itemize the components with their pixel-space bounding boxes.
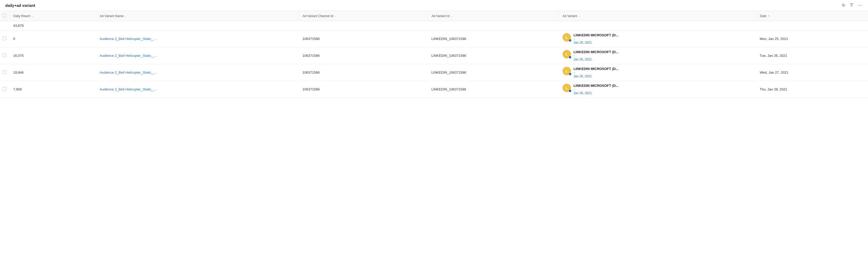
av-name-2: LINKEDIN MICROSOFT (D... bbox=[574, 67, 619, 71]
av-dash-1: – bbox=[574, 54, 619, 58]
row-checkbox-2[interactable] bbox=[3, 70, 6, 74]
row-channel-id-2: 106371586 bbox=[299, 64, 428, 81]
summary-daily-reach: 43,879 bbox=[9, 21, 96, 31]
row-channel-id-0: 106371586 bbox=[299, 31, 428, 47]
row-ad-variant-id-0: LINKEDIN_106371586 bbox=[428, 31, 559, 47]
av-dash-3: – bbox=[574, 88, 619, 91]
summary-ad-variant-id bbox=[428, 21, 559, 31]
av-dash-0: – bbox=[574, 37, 619, 41]
row-checkbox-cell-0[interactable] bbox=[0, 31, 9, 47]
col-label-ad-variant-id: Ad Variant Id bbox=[431, 14, 449, 18]
row-daily-reach-1: 16,075 bbox=[9, 47, 96, 64]
more-options-icon[interactable]: ··· bbox=[858, 3, 863, 8]
row-ad-variant-name-0[interactable]: Audience 2_Bell Helicopter_Static_Traffi… bbox=[96, 31, 299, 47]
app-container: daily+ad variant ↻ ··· Daily Re bbox=[0, 0, 868, 262]
avatar-badge-1 bbox=[568, 56, 571, 59]
avatar-badge-2 bbox=[568, 73, 571, 75]
select-all-checkbox[interactable] bbox=[3, 14, 6, 18]
row-ad-variant-name-3[interactable]: Audience 2_Bell Helicopter_Static_Traffi… bbox=[96, 81, 299, 98]
table-row: 7,958 Audience 2_Bell Helicopter_Static_… bbox=[0, 81, 868, 98]
row-ad-variant-id-2: LINKEDIN_106371586 bbox=[428, 64, 559, 81]
summary-ad-variant-name bbox=[96, 21, 299, 31]
sort-icon-daily-reach[interactable]: ⌄ bbox=[31, 14, 33, 18]
table-row: 0 Audience 2_Bell Helicopter_Static_Traf… bbox=[0, 31, 868, 47]
summary-date bbox=[756, 21, 868, 31]
row-date-2: Wed, Jan 27, 2021 bbox=[756, 64, 868, 81]
av-name-1: LINKEDIN MICROSOFT (D... bbox=[574, 50, 619, 54]
av-info-3: LINKEDIN MICROSOFT (D... – Jan 26, 2021 bbox=[574, 84, 619, 95]
col-ad-variant[interactable]: Ad Variant ⌄ bbox=[559, 11, 756, 21]
col-ad-variant-name[interactable]: Ad Variant Name ⌄ bbox=[96, 11, 299, 21]
header-actions: ↻ ··· bbox=[842, 3, 863, 8]
row-checkbox-3[interactable] bbox=[3, 87, 6, 91]
av-date-3[interactable]: Jan 26, 2021 bbox=[574, 91, 619, 95]
av-date-1[interactable]: Jan 26, 2021 bbox=[574, 58, 619, 61]
row-ad-variant-3: L LINKEDIN MICROSOFT (D... – Jan 26, 202… bbox=[559, 81, 756, 98]
sort-icon-date[interactable]: ⇕ bbox=[768, 14, 770, 18]
row-daily-reach-2: 19,846 bbox=[9, 64, 96, 81]
filter-icon[interactable] bbox=[849, 3, 854, 8]
row-channel-id-1: 106371586 bbox=[299, 47, 428, 64]
avatar-2: L bbox=[562, 67, 571, 75]
sort-icon-ad-variant-channel-id[interactable]: ⌄ bbox=[335, 14, 337, 18]
data-table: Daily Reach ⌄ Ad Variant Name ⌄ Ad Varia… bbox=[0, 11, 868, 98]
sort-icon-ad-variant[interactable]: ⌄ bbox=[578, 14, 580, 18]
av-date-0[interactable]: Jan 26, 2021 bbox=[574, 41, 619, 44]
col-label-ad-variant-name: Ad Variant Name bbox=[100, 14, 124, 18]
summary-checkbox-cell bbox=[0, 21, 9, 31]
col-label-ad-variant: Ad Variant bbox=[562, 14, 577, 18]
col-label-date: Date bbox=[760, 14, 766, 18]
table-row: 19,846 Audience 2_Bell Helicopter_Static… bbox=[0, 64, 868, 81]
row-checkbox-cell-3[interactable] bbox=[0, 81, 9, 98]
select-all-checkbox-header[interactable] bbox=[0, 11, 9, 21]
summary-channel-id bbox=[299, 21, 428, 31]
summary-ad-variant bbox=[559, 21, 756, 31]
first-row-value: 43,879 bbox=[13, 24, 24, 28]
col-label-daily-reach: Daily Reach bbox=[13, 14, 31, 18]
row-daily-reach-0: 0 bbox=[9, 31, 96, 47]
col-ad-variant-channel-id[interactable]: Ad Variant Channel Id ⌄ bbox=[299, 11, 428, 21]
refresh-icon[interactable]: ↻ bbox=[842, 3, 845, 8]
av-info-0: LINKEDIN MICROSOFT (D... – Jan 26, 2021 bbox=[574, 33, 619, 44]
av-dash-2: – bbox=[574, 71, 619, 74]
ad-variant-name-link-2[interactable]: Audience 2_Bell Helicopter_Static_Traffi… bbox=[99, 70, 157, 74]
row-checkbox-0[interactable] bbox=[3, 37, 6, 40]
header: daily+ad variant ↻ ··· bbox=[0, 0, 868, 11]
row-date-0: Mon, Jan 25, 2021 bbox=[756, 31, 868, 47]
av-name-0: LINKEDIN MICROSOFT (D... bbox=[574, 33, 619, 37]
col-ad-variant-id[interactable]: Ad Variant Id ⌄ bbox=[428, 11, 559, 21]
av-info-1: LINKEDIN MICROSOFT (D... – Jan 26, 2021 bbox=[574, 50, 619, 61]
ad-variant-name-link-0[interactable]: Audience 2_Bell Helicopter_Static_Traffi… bbox=[99, 37, 157, 41]
row-date-3: Thu, Jan 28, 2021 bbox=[756, 81, 868, 98]
row-daily-reach-3: 7,958 bbox=[9, 81, 96, 98]
ad-variant-name-link-3[interactable]: Audience 2_Bell Helicopter_Static_Traffi… bbox=[99, 87, 157, 91]
row-ad-variant-1: L LINKEDIN MICROSOFT (D... – Jan 26, 202… bbox=[559, 47, 756, 64]
row-ad-variant-id-3: LINKEDIN_106371586 bbox=[428, 81, 559, 98]
avatar-badge-3 bbox=[568, 90, 571, 92]
row-checkbox-cell-1[interactable] bbox=[0, 47, 9, 64]
row-ad-variant-id-1: LINKEDIN_106371586 bbox=[428, 47, 559, 64]
row-channel-id-3: 106371586 bbox=[299, 81, 428, 98]
row-checkbox-1[interactable] bbox=[3, 54, 6, 57]
col-daily-reach[interactable]: Daily Reach ⌄ bbox=[9, 11, 96, 21]
table-wrapper: Daily Reach ⌄ Ad Variant Name ⌄ Ad Varia… bbox=[0, 11, 868, 98]
av-info-2: LINKEDIN MICROSOFT (D... – Jan 26, 2021 bbox=[574, 67, 619, 78]
col-date[interactable]: Date ⇕ bbox=[756, 11, 868, 21]
sort-icon-ad-variant-name[interactable]: ⌄ bbox=[125, 14, 127, 18]
row-ad-variant-name-2[interactable]: Audience 2_Bell Helicopter_Static_Traffi… bbox=[96, 64, 299, 81]
row-checkbox-cell-2[interactable] bbox=[0, 64, 9, 81]
table-row: 16,075 Audience 2_Bell Helicopter_Static… bbox=[0, 47, 868, 64]
av-name-3: LINKEDIN MICROSOFT (D... bbox=[574, 84, 619, 88]
avatar-0: L bbox=[562, 33, 571, 41]
summary-row: 43,879 bbox=[0, 21, 868, 31]
ad-variant-name-link-1[interactable]: Audience 2_Bell Helicopter_Static_Traffi… bbox=[99, 54, 157, 58]
avatar-badge-0 bbox=[568, 39, 571, 42]
av-date-2[interactable]: Jan 26, 2021 bbox=[574, 74, 619, 78]
avatar-1: L bbox=[562, 50, 571, 58]
sort-icon-ad-variant-id[interactable]: ⌄ bbox=[451, 14, 453, 18]
table-header-row: Daily Reach ⌄ Ad Variant Name ⌄ Ad Varia… bbox=[0, 11, 868, 21]
row-ad-variant-name-1[interactable]: Audience 2_Bell Helicopter_Static_Traffi… bbox=[96, 47, 299, 64]
row-date-1: Tue, Jan 26, 2021 bbox=[756, 47, 868, 64]
avatar-3: L bbox=[562, 84, 571, 92]
col-label-ad-variant-channel-id: Ad Variant Channel Id bbox=[303, 14, 333, 18]
